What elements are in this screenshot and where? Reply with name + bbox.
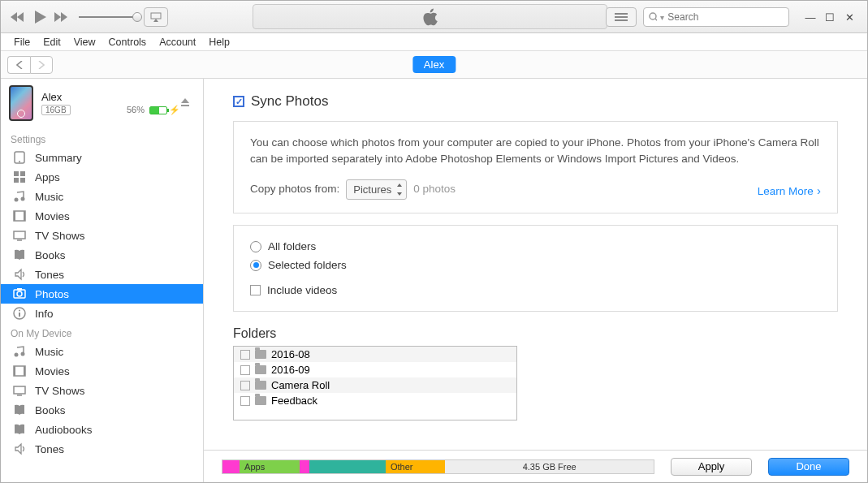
forward-button[interactable] [30, 56, 53, 74]
folder-icon [255, 365, 266, 374]
play-button[interactable] [32, 9, 48, 25]
charging-icon: ⚡ [169, 105, 180, 114]
eject-button[interactable] [180, 97, 190, 110]
books-icon [12, 403, 27, 416]
done-button[interactable]: Done [768, 458, 849, 476]
sidebar-item-label: Audiobooks [35, 424, 93, 436]
folder-checkbox[interactable] [240, 350, 250, 360]
sidebar-item-movies[interactable]: Movies [1, 361, 203, 381]
device-pill[interactable]: Alex [412, 56, 456, 73]
device-capacity: 16GB [41, 105, 71, 115]
close-button[interactable]: ✕ [840, 9, 859, 25]
info-icon [12, 307, 27, 320]
apply-button[interactable]: Apply [671, 458, 752, 476]
folder-name: Camera Roll [271, 379, 330, 391]
sidebar-item-tv-shows[interactable]: TV Shows [1, 381, 203, 400]
svg-point-28 [19, 310, 20, 312]
tv-icon [12, 229, 27, 242]
sidebar-item-label: Apps [35, 171, 60, 183]
battery-percent: 56% [127, 105, 145, 114]
sidebar-item-label: TV Shows [35, 230, 85, 242]
sidebar-item-label: Books [35, 249, 66, 261]
sidebar-item-tones[interactable]: Tones [1, 265, 203, 284]
selected-folders-radio[interactable] [250, 260, 261, 271]
sidebar-item-music[interactable]: Music [1, 187, 203, 206]
sidebar-item-label: Movies [35, 365, 70, 377]
apps-icon [12, 170, 27, 183]
svg-point-4 [615, 13, 617, 15]
svg-rect-21 [14, 231, 25, 239]
sidebar-item-movies[interactable]: Movies [1, 206, 203, 226]
sidebar-item-label: Books [35, 404, 66, 416]
menu-controls[interactable]: Controls [102, 35, 153, 50]
search-input[interactable]: ▾ [643, 7, 789, 27]
svg-point-7 [650, 13, 656, 19]
sync-photos-checkbox[interactable]: ✓ [233, 96, 244, 107]
capacity-segment [309, 460, 386, 473]
svg-rect-34 [14, 386, 25, 394]
list-view-button[interactable] [606, 7, 637, 27]
folder-row[interactable]: 2016-08 [234, 347, 516, 362]
sidebar-item-photos[interactable]: Photos [1, 284, 203, 304]
learn-more-link[interactable]: Learn More [758, 182, 821, 201]
svg-rect-0 [151, 13, 161, 19]
books-icon [12, 248, 27, 261]
folder-checkbox[interactable] [240, 381, 250, 390]
menu-help[interactable]: Help [202, 35, 236, 50]
info-text: You can choose which photos from your co… [250, 135, 821, 168]
sidebar-item-books[interactable]: Books [1, 400, 203, 420]
sidebar-item-label: Info [35, 308, 54, 320]
tones-icon [12, 442, 27, 455]
airplay-button[interactable] [144, 7, 168, 27]
folder-row[interactable]: Camera Roll [234, 377, 516, 393]
sidebar-item-tv-shows[interactable]: TV Shows [1, 226, 203, 245]
photo-count: 0 photos [413, 181, 456, 197]
svg-rect-32 [14, 366, 15, 376]
svg-point-16 [15, 198, 19, 202]
include-videos-checkbox[interactable] [250, 285, 261, 295]
tv-icon [12, 384, 27, 397]
folder-row[interactable]: 2016-09 [234, 362, 516, 377]
minimize-button[interactable]: — [801, 9, 820, 25]
capacity-segment [222, 460, 240, 473]
include-videos-label: Include videos [267, 284, 337, 296]
settings-header: Settings [1, 129, 203, 148]
capacity-segment: 4.35 GB Free [445, 460, 654, 473]
prev-button[interactable] [9, 11, 27, 24]
sidebar-item-audiobooks[interactable]: Audiobooks [1, 420, 203, 439]
svg-rect-20 [24, 211, 25, 221]
menu-account[interactable]: Account [153, 35, 202, 50]
volume-slider[interactable] [79, 16, 137, 18]
folder-checkbox[interactable] [240, 396, 250, 406]
sidebar-item-summary[interactable]: Summary [1, 148, 203, 167]
menu-edit[interactable]: Edit [37, 35, 67, 50]
folder-checkbox[interactable] [240, 365, 250, 375]
menu-file[interactable]: File [7, 35, 37, 50]
next-button[interactable] [53, 11, 71, 24]
sidebar-item-music[interactable]: Music [1, 342, 203, 361]
back-button[interactable] [7, 56, 30, 74]
copy-from-select[interactable]: Pictures [346, 179, 407, 201]
svg-rect-15 [20, 178, 25, 183]
audiobooks-icon [12, 423, 27, 436]
capacity-bar: AppsOther4.35 GB Free [222, 459, 654, 474]
maximize-button[interactable]: ☐ [820, 9, 840, 25]
folder-list[interactable]: 2016-082016-09Camera RollFeedback [233, 346, 517, 420]
svg-point-6 [615, 19, 617, 21]
all-folders-radio[interactable] [250, 241, 261, 252]
sidebar-item-books[interactable]: Books [1, 245, 203, 265]
on-device-header: On My Device [1, 323, 203, 342]
apple-logo-icon [421, 6, 439, 28]
capacity-segment: Apps [240, 460, 299, 473]
folder-row[interactable]: Feedback [234, 393, 516, 408]
sidebar-item-tones[interactable]: Tones [1, 439, 203, 459]
copy-from-label: Copy photos from: [250, 181, 339, 197]
now-playing-bar [253, 4, 607, 29]
sidebar-item-info[interactable]: Info [1, 304, 203, 323]
sidebar-item-apps[interactable]: Apps [1, 167, 203, 187]
sidebar-item-label: TV Shows [35, 385, 85, 397]
sidebar-item-label: Tones [35, 443, 64, 455]
sidebar-item-label: Summary [35, 152, 82, 164]
menu-view[interactable]: View [67, 35, 102, 50]
svg-rect-31 [14, 366, 25, 376]
